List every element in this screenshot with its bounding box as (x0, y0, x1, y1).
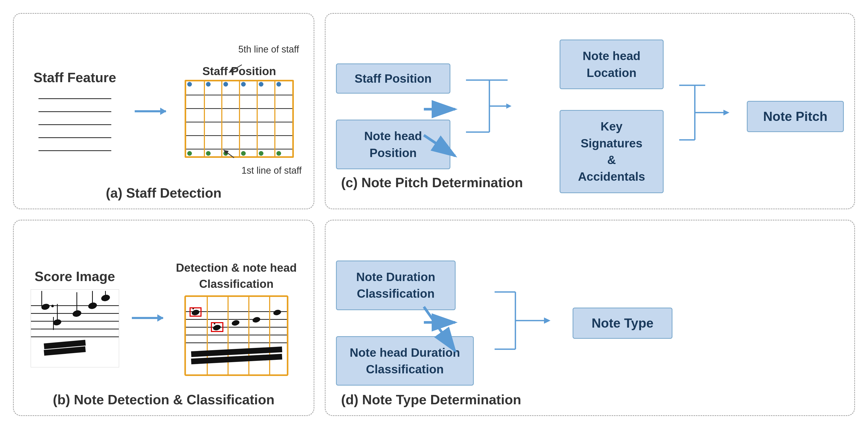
score-image (31, 289, 119, 367)
staff-feature-label: Staff Feature (34, 70, 116, 85)
svg-marker-11 (723, 110, 730, 116)
detection-area: Detection & note headClassification (176, 260, 297, 376)
score-image-label: Score Image (35, 269, 115, 284)
panel-c: (c) Note Pitch Determination Staff Posit… (325, 13, 855, 209)
detection-grid (184, 295, 288, 376)
svg-line-1 (224, 150, 234, 158)
staff-grid (185, 80, 294, 158)
svg-marker-6 (506, 103, 512, 109)
arrow-a-to-grid (135, 110, 166, 112)
notehead-location-box: Note headLocation (560, 39, 663, 89)
arrow-b-to-detection (132, 317, 163, 319)
panel-c-title: (c) Note Pitch Determination (341, 175, 523, 190)
svg-marker-16 (544, 317, 551, 324)
notehead-duration-box: Note head DurationClassification (336, 336, 474, 386)
detection-classification-label: Detection & note headClassification (176, 260, 297, 292)
key-signatures-box: Key Signatures& Accidentals (560, 110, 663, 193)
staff-grid-area: 5th line of staff Staff Position (185, 65, 294, 158)
panel-d: (d) Note Type Determination Note Duratio… (325, 220, 855, 416)
panel-d-title: (d) Note Type Determination (341, 392, 521, 407)
note-type-box: Note Type (572, 308, 673, 339)
panel-a: Staff Feature 5th line of staff (13, 13, 314, 209)
panel-b-label: (b) Note Detection & Classification (53, 392, 274, 407)
note-duration-box: Note DurationClassification (336, 261, 456, 310)
note-pitch-box: Note Pitch (747, 101, 844, 132)
staff-lines-image (38, 96, 111, 153)
svg-line-0 (229, 65, 242, 72)
notehead-position-box: Note headPosition (336, 120, 451, 169)
staff-position-box: Staff Position (336, 63, 451, 94)
panel-b: Score Image (13, 220, 314, 416)
panel-a-label: (a) Staff Detection (106, 185, 222, 201)
